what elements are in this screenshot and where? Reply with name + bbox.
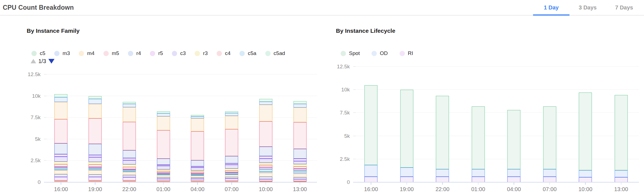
bar-segment-violet[interactable]	[191, 166, 204, 168]
legend-item-c5ad[interactable]: c5ad	[265, 50, 285, 56]
bar-segment-ri[interactable]	[436, 177, 449, 182]
bar-segment-teal[interactable]	[259, 169, 272, 171]
bar-segment-violet[interactable]	[55, 167, 68, 168]
bar-segment-pink[interactable]	[89, 118, 102, 144]
bar-segment-spot[interactable]	[436, 96, 449, 169]
bar-segment-pink[interactable]	[225, 129, 238, 156]
bar-segment-gold[interactable]	[55, 102, 68, 119]
bar-segment-gold[interactable]	[123, 181, 136, 181]
bar-22:00[interactable]	[436, 67, 449, 182]
bar-segment-spot[interactable]	[400, 90, 413, 168]
bar-segment-indigo[interactable]	[55, 157, 68, 162]
bar-segment-blue[interactable]	[89, 99, 102, 104]
bar-segment-yellow[interactable]	[259, 163, 272, 165]
bar-segment-violet[interactable]	[55, 154, 68, 156]
bar-16:00[interactable]	[55, 74, 68, 182]
bar-10:00[interactable]	[579, 67, 592, 182]
bar-13:00[interactable]	[615, 67, 628, 182]
bar-segment-green[interactable]	[55, 94, 68, 97]
legend-page-down-icon[interactable]	[48, 59, 55, 64]
bar-segment-od[interactable]	[365, 165, 378, 177]
bar-segment-spot[interactable]	[543, 106, 556, 169]
bar-segment-teal[interactable]	[225, 173, 238, 174]
bar-segment-steel[interactable]	[259, 147, 272, 156]
bar-segment-gold[interactable]	[225, 175, 238, 177]
bar-segment-gold[interactable]	[191, 118, 204, 131]
legend-item-OD[interactable]: OD	[371, 50, 388, 56]
bar-segment-purple[interactable]	[191, 179, 204, 181]
bar-segment-gold[interactable]	[123, 172, 136, 175]
bar-segment-violet[interactable]	[89, 155, 102, 157]
bar-segment-violet[interactable]	[225, 172, 238, 173]
bar-segment-teal[interactable]	[191, 174, 204, 175]
bar-segment-steel[interactable]	[225, 177, 238, 179]
bar-segment-gold[interactable]	[55, 181, 68, 181]
bar-segment-gold[interactable]	[89, 181, 102, 181]
bar-22:00[interactable]	[123, 74, 136, 182]
bar-segment-green[interactable]	[293, 101, 306, 104]
bar-segment-purple[interactable]	[157, 179, 170, 181]
bar-segment-gold[interactable]	[259, 173, 272, 177]
bar-07:00[interactable]	[225, 74, 238, 182]
bar-04:00[interactable]	[191, 74, 204, 182]
bar-segment-green[interactable]	[157, 111, 170, 113]
legend-item-RI[interactable]: RI	[400, 50, 413, 56]
bar-segment-ri[interactable]	[615, 177, 628, 182]
bar-segment-gold[interactable]	[191, 176, 204, 178]
legend-item-r3[interactable]: r3	[195, 50, 208, 56]
bar-segment-pink[interactable]	[259, 121, 272, 147]
bar-04:00[interactable]	[507, 67, 521, 182]
bar-segment-steel[interactable]	[293, 149, 306, 158]
bar-segment-gold[interactable]	[157, 175, 170, 177]
bar-segment-steel[interactable]	[191, 178, 204, 179]
bar-segment-od[interactable]	[579, 170, 592, 177]
bar-segment-violet[interactable]	[123, 169, 136, 170]
bar-segment-indigo[interactable]	[191, 168, 204, 171]
bar-segment-gold[interactable]	[157, 116, 170, 130]
legend-item-r4[interactable]: r4	[128, 50, 141, 56]
bar-segment-gold[interactable]	[89, 104, 102, 119]
bar-segment-ri[interactable]	[472, 177, 485, 182]
bar-segment-od[interactable]	[436, 169, 449, 177]
bar-01:00[interactable]	[472, 67, 485, 182]
bar-16:00[interactable]	[365, 67, 378, 182]
legend-page-up-icon[interactable]	[31, 59, 36, 63]
legend-item-c5a[interactable]: c5a	[239, 50, 256, 56]
bar-segment-pink[interactable]	[55, 119, 68, 143]
bar-segment-gold[interactable]	[259, 105, 272, 122]
bar-segment-ri[interactable]	[400, 177, 413, 182]
bar-segment-ri[interactable]	[507, 177, 521, 182]
bar-10:00[interactable]	[259, 74, 272, 182]
bar-segment-blue[interactable]	[293, 172, 306, 174]
bar-segment-purple[interactable]	[123, 177, 136, 181]
bar-segment-yellow[interactable]	[225, 169, 238, 171]
bar-segment-steel[interactable]	[55, 174, 68, 177]
bar-segment-spot[interactable]	[365, 85, 378, 165]
bar-segment-blue[interactable]	[191, 175, 204, 176]
bar-segment-violet[interactable]	[191, 173, 204, 174]
legend-item-m3[interactable]: m3	[54, 50, 70, 56]
bar-segment-steel[interactable]	[123, 175, 136, 177]
bar-segment-gold[interactable]	[89, 170, 102, 175]
bar-segment-blue[interactable]	[89, 169, 102, 170]
bar-segment-spot[interactable]	[507, 110, 521, 169]
bar-segment-blue[interactable]	[293, 104, 306, 107]
bar-segment-purple[interactable]	[225, 179, 238, 181]
bar-segment-red[interactable]	[191, 172, 204, 173]
bar-segment-blue[interactable]	[157, 174, 170, 175]
bar-segment-steel[interactable]	[293, 177, 306, 179]
legend-item-m4[interactable]: m4	[79, 50, 94, 56]
bar-segment-ri[interactable]	[579, 177, 592, 182]
bar-13:00[interactable]	[293, 74, 306, 182]
bar-segment-gold[interactable]	[293, 181, 306, 182]
bar-segment-steel[interactable]	[157, 159, 170, 165]
bar-segment-purple[interactable]	[259, 179, 272, 181]
bar-segment-gold[interactable]	[123, 107, 136, 122]
bar-segment-od[interactable]	[472, 169, 485, 177]
bar-segment-green[interactable]	[225, 111, 238, 113]
bar-segment-steel[interactable]	[89, 174, 102, 177]
legend-item-r5[interactable]: r5	[150, 50, 163, 56]
bar-segment-teal[interactable]	[55, 168, 68, 169]
bar-01:00[interactable]	[157, 74, 170, 182]
bar-segment-pink[interactable]	[157, 130, 170, 159]
